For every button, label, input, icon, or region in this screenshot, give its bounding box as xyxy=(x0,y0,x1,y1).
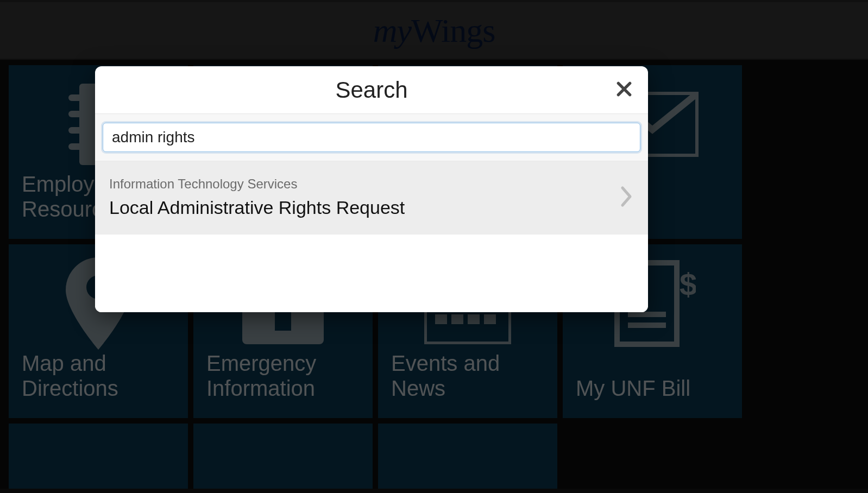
modal-title: Search xyxy=(335,77,407,103)
chevron-right-icon xyxy=(620,186,634,210)
search-result-item[interactable]: Information Technology Services Local Ad… xyxy=(95,161,648,235)
search-modal: Search Information Technology Services L… xyxy=(95,66,648,312)
modal-header: Search xyxy=(95,66,648,114)
result-text: Information Technology Services Local Ad… xyxy=(109,176,405,218)
close-button[interactable] xyxy=(613,79,635,101)
modal-body xyxy=(95,235,648,312)
result-title: Local Administrative Rights Request xyxy=(109,197,405,218)
close-icon xyxy=(615,80,633,100)
search-row xyxy=(95,114,648,161)
result-category: Information Technology Services xyxy=(109,176,405,192)
search-input[interactable] xyxy=(103,123,640,152)
